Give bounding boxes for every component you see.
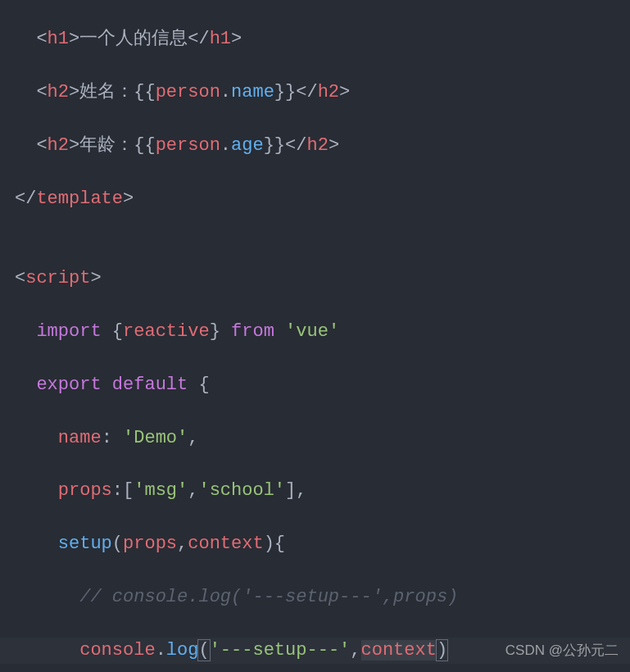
t [15, 480, 58, 501]
ident: console [79, 640, 155, 661]
kw: export [36, 375, 101, 395]
tag: h1 [210, 29, 231, 49]
tag: h2 [48, 82, 69, 102]
watermark: CSDN @公孙元二 [505, 638, 619, 664]
t [15, 428, 58, 448]
t: :[ [112, 480, 134, 501]
tag: template [36, 188, 123, 209]
bracket: ) [436, 639, 448, 661]
code-line: name: 'Demo', [15, 425, 630, 452]
prop: age [231, 135, 264, 156]
comment: // console.log('---setup---',props) [79, 587, 458, 607]
prop: name [231, 82, 274, 102]
kw: default [102, 375, 188, 395]
t: . [156, 640, 166, 661]
t: { [102, 321, 123, 342]
t [15, 321, 36, 342]
str: 'vue' [285, 321, 339, 342]
t [15, 534, 58, 554]
t: ){ [264, 534, 285, 554]
t: ], [285, 480, 306, 501]
t: > [90, 268, 101, 288]
code-editor[interactable]: <h1>一个人的信息</h1> <h2>姓名：{{person.name}}</… [0, 0, 630, 672]
var: person [156, 82, 220, 102]
t: . [220, 82, 231, 102]
t: > [123, 188, 134, 209]
t: , [350, 640, 360, 661]
t: >姓名：{{ [69, 82, 156, 102]
fn: log [166, 640, 199, 661]
ident: context [361, 640, 437, 661]
t: > [339, 82, 350, 102]
t: , [188, 428, 198, 448]
code-line: import {reactive} from 'vue' [15, 319, 630, 345]
kw: import [36, 321, 101, 342]
ident: name [58, 428, 102, 448]
t: . [220, 135, 231, 156]
ident: props [58, 480, 112, 501]
code-line: <h2>姓名：{{person.name}}</h2> [15, 79, 630, 106]
str: 'Demo' [123, 428, 188, 448]
t: , [188, 480, 198, 501]
code-line: props:['msg','school'], [15, 478, 630, 504]
t: >年龄：{{ [69, 135, 156, 156]
bracket: ( [197, 639, 210, 661]
t: < [15, 82, 48, 102]
code-line: </template> [15, 186, 630, 212]
param: props [123, 534, 177, 554]
kw: from [231, 321, 274, 342]
param: context [188, 534, 263, 554]
t: </ [15, 188, 36, 209]
code-line: // console.log('---setup---',props) [15, 584, 630, 611]
t: >一个人的信息</ [69, 29, 210, 49]
code-line: <h1>一个人的信息</h1> [15, 26, 630, 52]
t: }}</ [264, 135, 307, 156]
code-line: setup(props,context){ [15, 531, 630, 557]
t: > [329, 135, 339, 156]
t: }}</ [274, 82, 318, 102]
t: < [15, 268, 25, 288]
t: > [231, 29, 242, 49]
tag: h2 [306, 135, 328, 156]
t: { [188, 375, 209, 395]
t [15, 640, 79, 661]
t: < [15, 135, 48, 156]
t: : [102, 428, 123, 448]
tag: h2 [48, 135, 69, 156]
ident: reactive [123, 321, 210, 342]
t: < [15, 29, 48, 49]
str: 'msg' [134, 480, 188, 501]
str: '---setup---' [210, 640, 351, 661]
str: 'school' [198, 480, 285, 501]
code-line: <h2>年龄：{{person.age}}</h2> [15, 133, 630, 159]
code-line: export default { [15, 372, 630, 398]
code-line: <script> [15, 266, 630, 292]
t [15, 375, 36, 395]
t: ( [112, 534, 123, 554]
var: person [156, 135, 220, 156]
tag: h2 [318, 82, 339, 102]
fn: setup [58, 534, 112, 554]
t: , [177, 534, 188, 554]
tag: script [25, 268, 90, 288]
t [15, 587, 79, 607]
t: } [210, 321, 220, 342]
tag: h1 [48, 29, 69, 49]
